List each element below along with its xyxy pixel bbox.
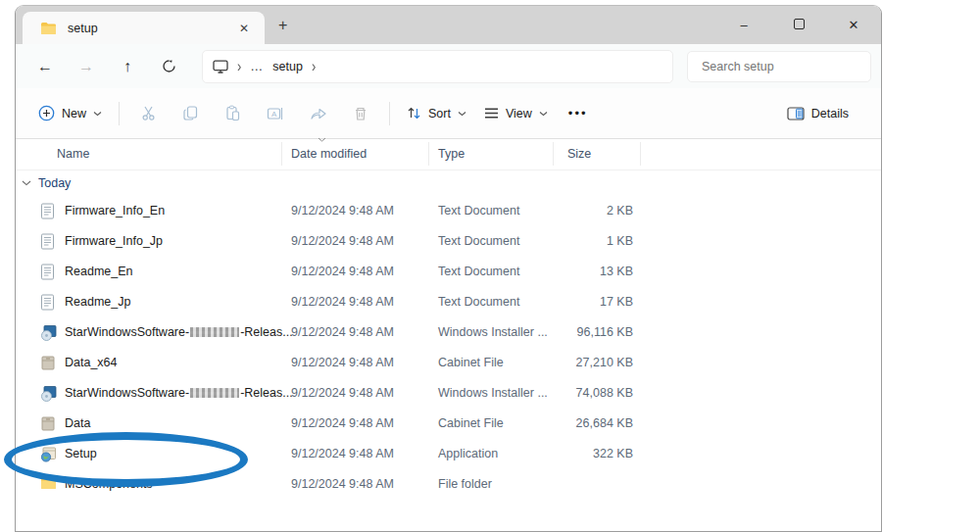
column-headers: Name Date modified Type Size bbox=[16, 139, 881, 170]
column-header-size[interactable]: Size bbox=[567, 147, 591, 161]
cabinet-file-icon bbox=[40, 355, 57, 371]
file-name: Firmware_Info_Jp bbox=[65, 234, 163, 248]
file-date: 9/12/2024 9:48 AM bbox=[291, 234, 394, 248]
delete-icon[interactable] bbox=[340, 100, 381, 127]
file-name: Data_x64 bbox=[65, 356, 118, 369]
sort-direction-icon bbox=[318, 137, 326, 142]
up-icon[interactable]: ↑ bbox=[108, 58, 147, 75]
file-name: StarWindowsSoftware--Releas... bbox=[65, 325, 293, 339]
file-size: 322 KB bbox=[545, 447, 633, 460]
maximize-icon[interactable] bbox=[771, 18, 826, 32]
new-button[interactable]: New bbox=[29, 99, 111, 127]
file-type: Cabinet File bbox=[438, 416, 504, 430]
annotation-circle bbox=[4, 432, 248, 487]
chevron-down-icon bbox=[458, 111, 466, 117]
file-type: File folder bbox=[438, 477, 492, 491]
column-header-type[interactable]: Type bbox=[438, 147, 465, 161]
file-size: 13 KB bbox=[545, 265, 633, 278]
file-date: 9/12/2024 9:48 AM bbox=[291, 447, 394, 460]
cut-icon[interactable] bbox=[127, 99, 170, 127]
breadcrumb-current[interactable]: setup bbox=[272, 60, 303, 73]
group-label: Today bbox=[38, 176, 71, 190]
column-header-date-modified[interactable]: Date modified bbox=[291, 147, 367, 161]
file-date: 9/12/2024 9:48 AM bbox=[291, 204, 394, 218]
file-row[interactable]: StarWindowsSoftware--Releas... 9/12/2024… bbox=[16, 317, 881, 348]
new-button-label: New bbox=[62, 107, 86, 121]
file-date: 9/12/2024 9:48 AM bbox=[291, 356, 394, 369]
file-row[interactable]: Readme_En 9/12/2024 9:48 AM Text Documen… bbox=[16, 257, 881, 287]
file-date: 9/12/2024 9:48 AM bbox=[291, 386, 394, 400]
minimize-icon[interactable]: – bbox=[716, 18, 771, 32]
forward-icon[interactable]: → bbox=[67, 58, 106, 75]
share-icon[interactable] bbox=[297, 100, 340, 127]
view-lines-icon bbox=[484, 107, 499, 120]
tab-strip: setup ✕ + – ✕ bbox=[16, 6, 881, 44]
file-type: Text Document bbox=[438, 234, 519, 248]
breadcrumb-ellipsis[interactable]: … bbox=[250, 59, 264, 73]
new-tab-icon[interactable]: + bbox=[278, 18, 287, 33]
search-box[interactable] bbox=[687, 51, 871, 82]
text-document-icon bbox=[40, 233, 57, 250]
toolbar-divider bbox=[389, 102, 390, 125]
redacted-text bbox=[190, 388, 239, 398]
close-icon[interactable]: ✕ bbox=[826, 18, 881, 32]
details-pane-label: Details bbox=[811, 107, 849, 121]
file-row[interactable]: Readme_Jp 9/12/2024 9:48 AM Text Documen… bbox=[16, 287, 881, 317]
more-options-icon[interactable]: ••• bbox=[557, 106, 600, 121]
chevron-down-icon bbox=[93, 111, 102, 117]
windows-installer-icon bbox=[40, 385, 57, 402]
search-input[interactable] bbox=[700, 59, 858, 74]
file-size: 17 KB bbox=[545, 295, 633, 309]
file-name: StarWindowsSoftware--Releas... bbox=[65, 386, 293, 400]
breadcrumb-chevron-icon: › bbox=[237, 58, 241, 75]
file-type: Text Document bbox=[438, 265, 519, 278]
details-pane-button[interactable]: Details bbox=[778, 101, 858, 126]
text-document-icon bbox=[40, 203, 57, 219]
sort-button[interactable]: Sort bbox=[398, 100, 475, 126]
windows-installer-icon bbox=[40, 324, 57, 341]
file-row[interactable]: Firmware_Info_En 9/12/2024 9:48 AM Text … bbox=[16, 196, 881, 226]
file-name: Data bbox=[65, 416, 90, 430]
cabinet-file-icon bbox=[40, 415, 57, 432]
file-row[interactable]: Data_x64 9/12/2024 9:48 AM Cabinet File … bbox=[16, 348, 881, 378]
chevron-down-icon bbox=[539, 111, 548, 117]
refresh-icon[interactable] bbox=[149, 59, 188, 73]
file-type: Windows Installer ... bbox=[438, 325, 548, 339]
group-header-today[interactable]: Today bbox=[16, 170, 881, 196]
tab-close-icon[interactable]: ✕ bbox=[233, 20, 255, 37]
file-type: Cabinet File bbox=[438, 356, 504, 369]
tab-title: setup bbox=[68, 22, 233, 35]
file-date: 9/12/2024 9:48 AM bbox=[291, 477, 394, 491]
details-pane-icon bbox=[787, 107, 805, 121]
file-date: 9/12/2024 9:48 AM bbox=[291, 325, 394, 339]
file-size: 74,088 KB bbox=[545, 386, 633, 400]
file-name: Firmware_Info_En bbox=[65, 204, 165, 218]
address-bar[interactable]: › … setup › bbox=[202, 50, 673, 83]
file-size: 26,684 KB bbox=[545, 416, 633, 430]
rename-icon[interactable]: A bbox=[254, 100, 297, 127]
file-size: 2 KB bbox=[545, 204, 633, 218]
column-header-name[interactable]: Name bbox=[57, 147, 89, 161]
back-icon[interactable]: ← bbox=[25, 58, 65, 75]
file-date: 9/12/2024 9:48 AM bbox=[291, 295, 394, 309]
file-date: 9/12/2024 9:48 AM bbox=[291, 416, 394, 430]
file-row[interactable]: Firmware_Info_Jp 9/12/2024 9:48 AM Text … bbox=[16, 226, 881, 257]
file-row[interactable]: StarWindowsSoftware--Releas... 9/12/2024… bbox=[16, 378, 881, 409]
text-document-icon bbox=[40, 294, 57, 311]
sort-arrows-icon bbox=[407, 106, 421, 121]
view-button-label: View bbox=[506, 107, 532, 121]
file-size: 1 KB bbox=[545, 234, 633, 248]
paste-icon[interactable] bbox=[212, 99, 254, 127]
redacted-text bbox=[190, 327, 239, 337]
view-button[interactable]: View bbox=[475, 101, 557, 126]
file-date: 9/12/2024 9:48 AM bbox=[291, 265, 394, 278]
this-pc-monitor-icon[interactable] bbox=[213, 60, 228, 73]
svg-text:A: A bbox=[271, 110, 277, 119]
copy-icon[interactable] bbox=[170, 99, 212, 127]
tab-setup[interactable]: setup ✕ bbox=[23, 12, 265, 44]
file-type: Text Document bbox=[438, 204, 519, 218]
file-type: Application bbox=[438, 447, 498, 460]
folder-icon bbox=[40, 22, 57, 35]
command-toolbar: New bbox=[16, 88, 881, 139]
toolbar-divider bbox=[119, 102, 120, 125]
